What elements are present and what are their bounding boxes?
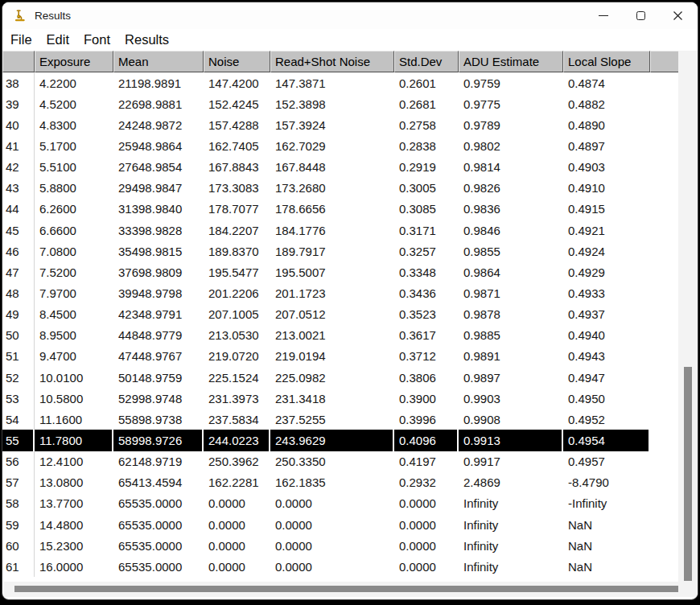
cell-empty (650, 220, 682, 241)
vertical-scrollbar-thumb[interactable] (684, 367, 692, 581)
cell-empty (650, 178, 682, 199)
cell-local-slope: 0.4933 (563, 282, 650, 303)
table-row[interactable]: 487.970039948.9798201.2206201.17230.3436… (2, 282, 682, 303)
minimize-icon (599, 15, 608, 16)
cell-mean: 21198.9891 (113, 72, 204, 93)
cell-noise: 0.0000 (204, 493, 270, 514)
cell-local-slope: 0.4950 (563, 388, 650, 409)
cell-noise: 195.5477 (204, 261, 270, 282)
cell-row-number: 40 (2, 114, 35, 135)
cell-empty (650, 430, 682, 451)
cell-exposure: 8.4500 (35, 304, 113, 325)
cell-local-slope: 0.4897 (563, 135, 650, 156)
close-button[interactable] (659, 2, 696, 29)
cell-adu-estimate: 0.9814 (459, 157, 563, 178)
table-row[interactable]: 5713.080065413.4594162.2281162.18350.293… (2, 472, 682, 493)
table-row[interactable]: 6116.000065535.00000.00000.00000.0000Inf… (2, 556, 682, 577)
cell-adu-estimate: 0.9864 (459, 261, 563, 282)
cell-row-number: 48 (2, 282, 35, 303)
cell-local-slope: 0.4937 (563, 304, 650, 325)
table-row[interactable]: 5612.410062148.9719250.3962250.33500.419… (2, 451, 682, 472)
cell-adu-estimate: 0.9855 (459, 241, 563, 261)
title-bar[interactable]: Results (2, 2, 698, 29)
cell-mean: 29498.9847 (113, 178, 204, 199)
table-row[interactable]: 519.470047448.9767219.0720219.01940.3712… (2, 346, 682, 367)
cell-mean: 31398.9840 (113, 199, 204, 220)
cell-mean: 62148.9719 (113, 451, 204, 472)
vertical-scrollbar[interactable] (678, 51, 698, 582)
cell-read-shot-noise: 167.8448 (270, 157, 394, 178)
cell-row-number: 52 (2, 367, 35, 388)
cell-mean: 39948.9798 (113, 282, 204, 303)
cell-exposure: 8.9500 (35, 325, 113, 346)
results-window: Results FileEditFontResults ExposureMean… (2, 2, 698, 600)
column-header-mean: Mean (113, 51, 204, 72)
cell-exposure: 4.5200 (35, 93, 113, 114)
cell-mean: 37698.9809 (113, 261, 204, 282)
table-row[interactable]: 5813.770065535.00000.00000.00000.0000Inf… (2, 493, 682, 514)
cell-noise: 184.2207 (204, 220, 270, 241)
cell-empty (650, 241, 682, 261)
cell-noise: 0.0000 (204, 556, 270, 577)
maximize-button[interactable] (622, 2, 659, 29)
table-row[interactable]: 384.220021198.9891147.4200147.38710.2601… (2, 72, 682, 93)
cell-read-shot-noise: 147.3871 (270, 72, 394, 93)
horizontal-scrollbar[interactable] (4, 582, 678, 597)
table-row[interactable]: 456.660033398.9828184.2207184.17760.3171… (2, 220, 682, 241)
minimize-button[interactable] (585, 2, 622, 29)
table-row[interactable]: 404.830024248.9872157.4288157.39240.2758… (2, 114, 682, 135)
menu-edit[interactable]: Edit (39, 32, 76, 47)
cell-local-slope: 0.4924 (563, 241, 650, 261)
cell-row-number: 50 (2, 325, 35, 346)
table-row[interactable]: 5411.160055898.9738237.5834237.52550.399… (2, 409, 682, 430)
table-row[interactable]: 508.950044848.9779213.0530213.00210.3617… (2, 325, 682, 346)
menu-file[interactable]: File (10, 32, 39, 47)
cell-row-number: 41 (2, 135, 35, 156)
table-header: ExposureMeanNoiseRead+Shot NoiseStd.DevA… (2, 51, 682, 72)
cell-row-number: 58 (2, 493, 35, 514)
cell-empty (650, 409, 682, 430)
table-row[interactable]: 5511.780058998.9726244.0223243.96290.409… (2, 430, 682, 451)
table-row[interactable]: 477.520037698.9809195.5477195.50070.3348… (2, 261, 682, 282)
window-title: Results (35, 10, 71, 22)
horizontal-scrollbar-thumb[interactable] (14, 586, 683, 592)
cell-row-number: 47 (2, 261, 35, 282)
cell-mean: 65535.0000 (113, 535, 204, 556)
cell-noise: 207.1005 (204, 304, 270, 325)
table-row[interactable]: 435.880029498.9847173.3083173.26800.3005… (2, 178, 682, 199)
cell-noise: 189.8370 (204, 241, 270, 261)
cell-adu-estimate: 0.9802 (459, 135, 563, 156)
cell-std-dev: 0.2758 (394, 114, 459, 135)
cell-empty (650, 451, 682, 472)
table-row[interactable]: 415.170025948.9864162.7405162.70290.2838… (2, 135, 682, 156)
close-icon (673, 10, 683, 21)
cell-local-slope: 0.4921 (563, 220, 650, 241)
cell-std-dev: 0.3996 (394, 409, 459, 430)
cell-read-shot-noise: 219.0194 (270, 346, 394, 367)
cell-empty (650, 514, 682, 535)
table-row[interactable]: 5310.580052998.9748231.3973231.34180.390… (2, 388, 682, 409)
table-row[interactable]: 5210.010050148.9759225.1524225.09820.380… (2, 367, 682, 388)
table-row[interactable]: 394.520022698.9881152.4245152.38980.2681… (2, 93, 682, 114)
cell-exposure: 14.4800 (35, 514, 113, 535)
cell-exposure: 11.1600 (35, 409, 113, 430)
table-row[interactable]: 425.510027648.9854167.8843167.84480.2919… (2, 157, 682, 178)
table-row[interactable]: 5914.480065535.00000.00000.00000.0000Inf… (2, 514, 682, 535)
cell-adu-estimate: Infinity (459, 535, 563, 556)
cell-mean: 65535.0000 (113, 514, 204, 535)
table-row[interactable]: 498.450042348.9791207.1005207.05120.3523… (2, 304, 682, 325)
table-row[interactable]: 467.080035498.9815189.8370189.79170.3257… (2, 241, 682, 261)
cell-mean: 50148.9759 (113, 367, 204, 388)
cell-noise: 213.0530 (204, 325, 270, 346)
cell-local-slope: 0.4910 (563, 178, 650, 199)
cell-std-dev: 0.2601 (394, 72, 459, 93)
menu-font[interactable]: Font (76, 32, 117, 47)
cell-adu-estimate: 0.9897 (459, 367, 563, 388)
cell-adu-estimate: 0.9917 (459, 451, 563, 472)
table-row[interactable]: 6015.230065535.00000.00000.00000.0000Inf… (2, 535, 682, 556)
cell-local-slope: 0.4954 (563, 430, 650, 451)
menu-results[interactable]: Results (117, 32, 176, 47)
table-row[interactable]: 446.260031398.9840178.7077178.66560.3085… (2, 199, 682, 220)
cell-noise: 147.4200 (204, 72, 270, 93)
cell-row-number: 46 (2, 241, 35, 261)
